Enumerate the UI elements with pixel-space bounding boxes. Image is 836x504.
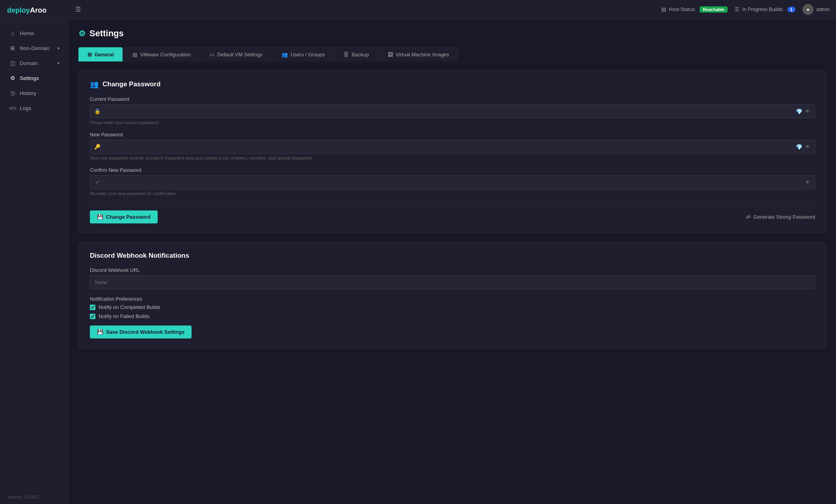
divider: [90, 203, 815, 203]
password-btn-row: 💾 Change Password ⇄ Generate Strong Pass…: [90, 210, 815, 223]
clock-icon: ◷: [9, 90, 16, 96]
hamburger-icon[interactable]: ☰: [75, 6, 81, 13]
discord-webhook-card: Discord Webhook Notifications Discord We…: [78, 242, 827, 348]
notification-preferences: Notification Preferences Notify on Compl…: [90, 296, 815, 319]
home-icon: ⌂: [9, 30, 16, 36]
change-password-card: 👥 Change Password Current Password 🔒 💎 👁…: [78, 70, 827, 233]
current-password-group: Current Password 🔒 💎 👁 Please enter your…: [90, 97, 815, 125]
version-label: Version: 1.0.0RC: [0, 490, 69, 504]
sidebar-item-logs[interactable]: </> Logs: [2, 101, 67, 115]
new-password-input-wrap: 🔑 💎 👁: [90, 140, 815, 154]
key-icon: 🔑: [90, 144, 104, 150]
in-progress-label: ☰ In Progress Builds: 1: [735, 6, 795, 12]
app-logo: deployAroo: [0, 0, 69, 21]
main-wrap: ☰ ▤ Host Status: Reachable ☰ In Progress…: [69, 0, 836, 504]
logo-suffix: Aroo: [30, 6, 47, 14]
current-password-hint: Please enter your current password.: [90, 120, 815, 125]
user-shield-icon: 👥: [90, 80, 99, 89]
tab-users-groups[interactable]: 👥 Users / Groups: [272, 47, 334, 61]
users-icon: 👥: [281, 52, 288, 58]
sidebar: deployAroo ⌂ Home ⊞ Non-Domain ▾ ◫ Domai…: [0, 0, 69, 504]
new-password-group: New Password 🔑 💎 👁 Your new password mus…: [90, 132, 815, 160]
settings-icon: ⚙: [78, 29, 86, 38]
toggle-new-password-visibility[interactable]: 👁: [803, 142, 812, 151]
save-icon: 💾: [97, 214, 103, 220]
tab-backup[interactable]: 🗄 Backup: [335, 47, 378, 61]
shuffle-icon: ⇄: [746, 214, 750, 220]
notify-failed-label: Notify on Failed Builds: [99, 313, 149, 319]
sidebar-item-settings[interactable]: ⚙ Settings: [2, 71, 67, 85]
confirm-password-hint: Re-enter your new password for confirmat…: [90, 191, 815, 196]
new-password-hint: Your new password must be at least 8 cha…: [90, 156, 815, 160]
notify-completed-label: Notify on Completed Builds: [99, 304, 160, 310]
generate-strong-password-button[interactable]: ⇄ Generate Strong Password: [746, 214, 815, 220]
gem-icon: 💎: [796, 144, 802, 150]
current-password-label: Current Password: [90, 97, 815, 102]
tab-general[interactable]: ⊞ General: [78, 47, 123, 61]
archive-icon: 🗄: [344, 52, 349, 58]
sidebar-item-label: History: [20, 90, 36, 96]
server-icon: ▤: [132, 52, 137, 58]
settings-tabs: ⊞ General ▤ VMware Configuration ▭ Defau…: [78, 47, 827, 61]
notify-failed-checkbox[interactable]: [90, 314, 95, 319]
sidebar-nav: ⌂ Home ⊞ Non-Domain ▾ ◫ Domain ▾ ⚙ Setti…: [0, 21, 69, 490]
confirm-password-group: Confirm New Password ✔ 👁 Re-enter your n…: [90, 167, 815, 196]
confirm-password-label: Confirm New Password: [90, 167, 815, 173]
sidebar-item-label: Non-Domain: [20, 45, 50, 51]
toggle-current-password-visibility[interactable]: 👁: [803, 107, 812, 116]
check-icon: ✔: [90, 179, 104, 185]
discord-webhook-title: Discord Webhook Notifications: [90, 252, 815, 260]
tab-vm-images[interactable]: 🖼 Virtual Machine Images: [379, 47, 458, 61]
tab-default-vm[interactable]: ▭ Default VM Settings: [201, 47, 272, 61]
tab-vmware[interactable]: ▤ VMware Configuration: [123, 47, 200, 61]
notify-failed-item: Notify on Failed Builds: [90, 313, 815, 319]
grid-icon: ⊞: [88, 52, 92, 58]
sidebar-item-label: Settings: [20, 75, 39, 81]
monitor-icon: ▭: [210, 52, 214, 58]
webhook-url-input[interactable]: [90, 275, 815, 289]
avatar: ●: [802, 4, 814, 15]
builds-icon: ☰: [735, 7, 739, 12]
content-area: ⚙ Settings ⊞ General ▤ VMware Configurat…: [69, 19, 836, 504]
monitor-icon: ▤: [661, 7, 666, 12]
in-progress-count-badge: 1: [788, 7, 795, 12]
topbar: ☰ ▤ Host Status: Reachable ☰ In Progress…: [69, 0, 836, 19]
lock-icon: 🔒: [90, 108, 104, 114]
gem-icon: 💎: [796, 108, 802, 115]
topbar-right: ▤ Host Status: Reachable ☰ In Progress B…: [661, 4, 830, 15]
settings-icon: ⚙: [9, 75, 16, 81]
grid-icon: ⊞: [9, 45, 16, 51]
confirm-password-input-wrap: ✔ 👁: [90, 175, 815, 189]
toggle-confirm-password-visibility[interactable]: 👁: [803, 178, 812, 187]
layers-icon: ◫: [9, 60, 16, 66]
new-password-actions: 💎 👁: [796, 142, 815, 151]
sidebar-item-label: Logs: [20, 105, 31, 111]
image-icon: 🖼: [388, 52, 393, 58]
sidebar-item-label: Home: [20, 30, 34, 36]
current-password-actions: 💎 👁: [796, 107, 815, 116]
change-password-button[interactable]: 💾 Change Password: [90, 210, 158, 223]
page-title: ⚙ Settings: [78, 28, 827, 39]
sidebar-item-history[interactable]: ◷ History: [2, 86, 67, 100]
new-password-input[interactable]: [104, 140, 796, 153]
save-discord-webhook-button[interactable]: 💾 Save Discord Webhook Settings: [90, 325, 192, 338]
sidebar-item-domain[interactable]: ◫ Domain ▾: [2, 56, 67, 70]
logo-prefix: deploy: [7, 6, 30, 14]
notify-completed-item: Notify on Completed Builds: [90, 304, 815, 310]
new-password-label: New Password: [90, 132, 815, 138]
confirm-password-input[interactable]: [104, 176, 803, 189]
sidebar-item-label: Domain: [20, 60, 38, 66]
code-icon: </>: [9, 105, 16, 111]
host-status-badge: Reachable: [700, 6, 728, 13]
sidebar-item-non-domain[interactable]: ⊞ Non-Domain ▾: [2, 41, 67, 55]
current-password-input[interactable]: [104, 105, 796, 118]
notify-completed-checkbox[interactable]: [90, 305, 95, 310]
chevron-down-icon: ▾: [58, 61, 60, 65]
sidebar-item-home[interactable]: ⌂ Home: [2, 26, 67, 40]
username-label: admin: [816, 7, 830, 12]
current-password-input-wrap: 🔒 💎 👁: [90, 104, 815, 118]
webhook-url-group: Discord Webhook URL: [90, 268, 815, 289]
confirm-password-actions: 👁: [803, 178, 815, 187]
save-icon: 💾: [97, 329, 103, 335]
user-menu[interactable]: ● admin: [802, 4, 830, 15]
